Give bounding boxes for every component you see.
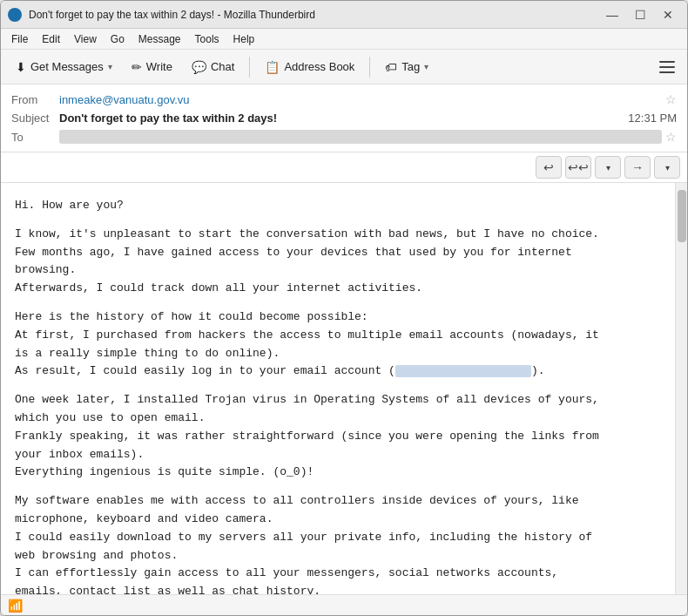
reply-button[interactable]: ↩ [536, 156, 562, 179]
more-actions-button[interactable]: ▾ [595, 156, 621, 179]
forward-more-button[interactable]: ▾ [654, 156, 680, 179]
nav-btn-row: ↩ ↩↩ ▾ → ▾ [1, 152, 687, 183]
menu-tools[interactable]: Tools [188, 31, 226, 47]
forward-button[interactable]: → [624, 156, 651, 179]
from-address: inmeake@vanuatu.gov.vu [59, 93, 662, 106]
subject-row: Subject Don't forget to pay the tax with… [11, 109, 677, 127]
address-book-button[interactable]: 📋 Address Book [257, 56, 362, 78]
from-label: From [11, 93, 59, 106]
hamburger-line-2 [659, 66, 675, 68]
tag-button[interactable]: 🏷 Tag ▾ [377, 56, 436, 78]
app-icon [8, 8, 22, 22]
toolbar: ⬇ Get Messages ▾ ✏ Write 💬 Chat 📋 Addres… [1, 50, 687, 85]
reply-all-button[interactable]: ↩↩ [565, 156, 591, 179]
body-para-2: Here is the history of how it could beco… [15, 308, 661, 381]
write-button[interactable]: ✏ Write [124, 56, 180, 78]
tag-icon: 🏷 [385, 60, 397, 74]
status-bar: 📶 [1, 594, 687, 615]
close-button[interactable]: ✕ [656, 5, 680, 24]
email-header: From inmeake@vanuatu.gov.vu ☆ Subject Do… [1, 85, 687, 152]
maximize-button[interactable]: ☐ [628, 5, 652, 24]
toolbar-divider-1 [249, 57, 250, 78]
hamburger-line-3 [659, 71, 675, 73]
to-value [59, 130, 662, 144]
email-timestamp: 12:31 PM [628, 112, 677, 125]
chat-button[interactable]: 💬 Chat [184, 56, 242, 78]
body-para-1: I know, it's unpleasant to start the con… [15, 226, 661, 298]
email-body-wrapper: Hi. How are you? I know, it's unpleasant… [1, 183, 687, 594]
body-greeting: Hi. How are you? [15, 197, 661, 215]
menu-bar: File Edit View Go Message Tools Help [1, 29, 687, 50]
window-title: Don't forget to pay the tax within 2 day… [29, 9, 600, 21]
redacted-email [395, 365, 531, 377]
write-label: Write [146, 60, 172, 73]
get-messages-dropdown-icon: ▾ [108, 62, 112, 71]
scrollbar-track[interactable] [675, 183, 687, 594]
body-para-4: My software enables me with access to al… [15, 492, 661, 594]
to-row: To ☆ [11, 127, 677, 146]
main-window: Don't forget to pay the tax within 2 day… [0, 0, 688, 616]
from-row: From inmeake@vanuatu.gov.vu ☆ [11, 90, 677, 109]
hamburger-button[interactable] [654, 54, 680, 80]
title-bar: Don't forget to pay the tax within 2 day… [1, 1, 687, 29]
menu-file[interactable]: File [4, 31, 35, 47]
address-book-label: Address Book [284, 60, 354, 73]
write-icon: ✏ [132, 60, 142, 74]
menu-view[interactable]: View [67, 31, 104, 47]
scrollbar-thumb[interactable] [678, 190, 686, 242]
chat-label: Chat [211, 60, 234, 73]
toolbar-divider-2 [369, 57, 370, 78]
menu-edit[interactable]: Edit [35, 31, 67, 47]
get-messages-icon: ⬇ [16, 60, 26, 74]
get-messages-label: Get Messages [30, 60, 104, 73]
subject-label: Subject [11, 112, 59, 125]
email-body: Hi. How are you? I know, it's unpleasant… [1, 183, 675, 594]
window-controls: — ☐ ✕ [600, 5, 680, 24]
tag-dropdown-icon: ▾ [424, 62, 428, 71]
menu-message[interactable]: Message [132, 31, 188, 47]
to-star-icon[interactable]: ☆ [665, 130, 677, 144]
minimize-button[interactable]: — [600, 5, 624, 24]
subject-value: Don't forget to pay the tax within 2 day… [59, 112, 628, 125]
signal-icon: 📶 [8, 599, 23, 613]
menu-go[interactable]: Go [104, 31, 132, 47]
tag-label: Tag [401, 60, 420, 73]
chat-icon: 💬 [192, 60, 206, 74]
hamburger-line-1 [659, 61, 675, 63]
address-book-icon: 📋 [265, 60, 280, 74]
to-label: To [11, 131, 59, 144]
menu-help[interactable]: Help [226, 31, 262, 47]
from-star-icon[interactable]: ☆ [665, 92, 677, 106]
body-para-3: One week later, I installed Trojan virus… [15, 391, 661, 482]
get-messages-button[interactable]: ⬇ Get Messages ▾ [8, 56, 120, 78]
